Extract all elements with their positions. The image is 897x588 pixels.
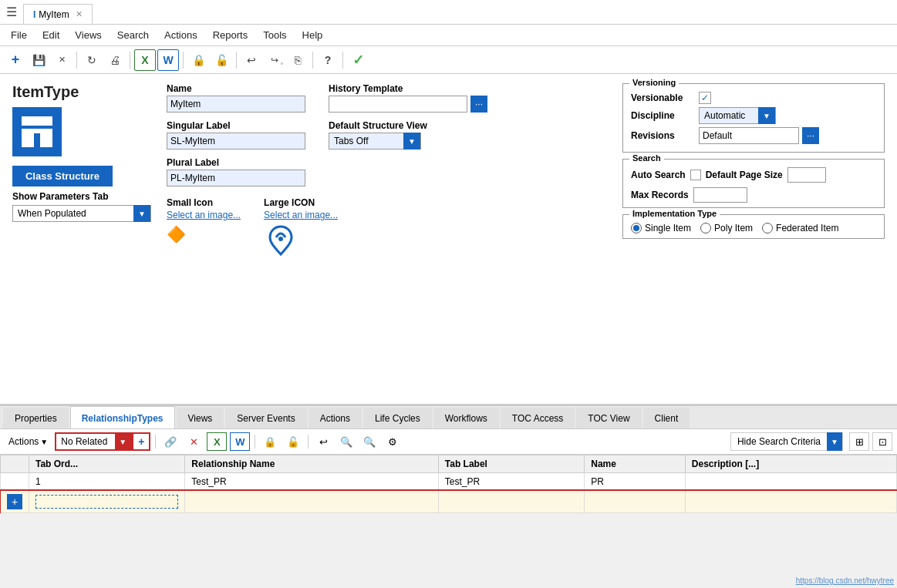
class-structure-button[interactable]: Class Structure [12, 166, 113, 186]
show-params-dropdown[interactable]: When Populated ▼ [12, 205, 151, 222]
lock-button[interactable]: 🔒 [187, 49, 209, 71]
menu-tools[interactable]: Tools [255, 26, 294, 44]
grid-more-button[interactable]: ⊡ [872, 432, 892, 451]
tab-workflows[interactable]: Workflows [433, 408, 499, 428]
save-button[interactable]: 💾 [28, 49, 49, 71]
auto-search-checkbox[interactable] [690, 170, 701, 180]
menu-edit[interactable]: Edit [35, 26, 67, 44]
grid-relationship-button[interactable]: 🔗 [160, 432, 180, 451]
tab-relationship-types[interactable]: RelationshipTypes [70, 406, 175, 428]
new-row[interactable]: + [1, 491, 897, 513]
discipline-value: Automatic [700, 109, 758, 123]
menu-views[interactable]: Views [67, 26, 109, 44]
tab-server-events[interactable]: Server Events [225, 408, 306, 428]
revisions-browse-button[interactable]: ··· [802, 127, 819, 144]
poly-item-radio-label[interactable]: Poly Item [700, 223, 753, 234]
help-button[interactable]: ? [317, 49, 339, 71]
add-row-button[interactable]: + [7, 494, 22, 509]
tab-toc-view[interactable]: TOC View [576, 408, 641, 428]
grid-search-button[interactable]: 🔍 [336, 432, 356, 451]
structure-dropdown[interactable]: Tabs Off ▼ [329, 133, 421, 150]
grid-word-button[interactable]: W [230, 432, 250, 451]
large-icon-link[interactable]: Select an image... [264, 210, 338, 220]
max-records-input[interactable] [693, 187, 747, 203]
history-input[interactable] [329, 96, 467, 113]
poly-item-radio[interactable] [700, 223, 711, 234]
print-button[interactable]: 🖨 [104, 49, 126, 71]
grid-actions-dropdown[interactable]: Actions ▼ [5, 432, 52, 451]
new-row-name[interactable] [585, 491, 686, 513]
itemtype-icon [12, 107, 62, 156]
undo-button[interactable]: ↩ [241, 49, 262, 71]
grid-lock-button[interactable]: 🔒 [260, 432, 280, 451]
unlock-button[interactable]: 🔓 [211, 49, 232, 71]
hide-criteria-button[interactable]: Hide Search Criteria ▼ [730, 432, 843, 451]
tab-toc-access[interactable]: TOC Access [501, 408, 575, 428]
discipline-dropdown[interactable]: Automatic ▼ [699, 107, 776, 124]
grid-delete-button[interactable]: ✕ [184, 432, 204, 451]
new-row-rel-name[interactable] [185, 491, 439, 513]
tab-views[interactable]: Views [177, 408, 224, 428]
plural-input[interactable] [167, 170, 305, 186]
history-browse-button[interactable]: ··· [470, 96, 487, 113]
menu-search[interactable]: Search [110, 26, 157, 44]
small-icon-link[interactable]: Select an image... [167, 210, 241, 220]
single-item-radio[interactable] [631, 223, 642, 234]
tab-properties[interactable]: Properties [3, 408, 69, 428]
toolbar-separator-3 [183, 52, 184, 69]
col-tab-order[interactable]: Tab Ord... [29, 455, 185, 473]
filter-group: No Related ▼ + [55, 432, 150, 451]
grid-columns-button[interactable]: ⊞ [849, 432, 869, 451]
grid-clear-search-button[interactable]: 🔍 [359, 432, 379, 451]
excel-button[interactable]: X [134, 49, 156, 71]
menu-help[interactable]: Help [295, 26, 331, 44]
col-description[interactable]: Description [...] [685, 455, 896, 473]
poly-item-label: Poly Item [714, 223, 753, 234]
federated-item-radio[interactable] [762, 223, 773, 234]
new-row-tab-label[interactable] [438, 491, 584, 513]
copy-button[interactable]: ⎘ [287, 49, 309, 71]
grid-actions-label: Actions [8, 436, 39, 447]
col-name[interactable]: Name [585, 455, 686, 473]
word-button[interactable]: W [157, 49, 179, 71]
close-button[interactable]: ✕ [51, 49, 73, 71]
name-input[interactable] [167, 96, 305, 113]
large-icon-label: Large ICON [264, 197, 338, 208]
grid-excel-button[interactable]: X [207, 432, 227, 451]
add-button[interactable]: + [5, 49, 26, 71]
versionable-checkbox[interactable]: ✓ [699, 92, 711, 104]
hamburger-icon[interactable]: ☰ [6, 5, 17, 19]
col-rel-name[interactable]: Relationship Name [185, 455, 439, 473]
toolbar-separator-4 [236, 52, 237, 69]
filter-add-button[interactable]: + [132, 432, 150, 451]
federated-item-radio-label[interactable]: Federated Item [762, 223, 838, 234]
structure-field-group: Default Structure View Tabs Off ▼ [329, 120, 487, 150]
new-row-tab-order-input[interactable] [35, 495, 178, 509]
tab-life-cycles[interactable]: Life Cycles [363, 408, 432, 428]
single-item-radio-label[interactable]: Single Item [631, 223, 691, 234]
approve-button[interactable]: ✓ [347, 49, 369, 71]
refresh-button[interactable]: ↻ [81, 49, 103, 71]
tab-close-icon[interactable]: ✕ [76, 9, 83, 19]
filter-dropdown[interactable]: No Related ▼ [55, 432, 132, 451]
new-row-tab-order[interactable] [29, 491, 185, 513]
grid-unlock-button[interactable]: 🔓 [283, 432, 303, 451]
new-row-add-cell: + [1, 491, 29, 513]
tab-icon: I [33, 9, 35, 20]
singular-input[interactable] [167, 133, 305, 150]
col-tab-label[interactable]: Tab Label [438, 455, 584, 473]
menu-file[interactable]: File [3, 26, 35, 44]
tab-client[interactable]: Client [643, 408, 690, 428]
grid-filter-button[interactable]: ⚙ [383, 432, 403, 451]
small-icon-group: Small Icon Select an image... 🔶 [167, 197, 241, 260]
tab-actions[interactable]: Actions [309, 408, 362, 428]
new-row-description[interactable] [685, 491, 896, 513]
table-row[interactable]: 1 Test_PR Test_PR PR [1, 473, 897, 491]
menu-actions[interactable]: Actions [157, 26, 205, 44]
redo-button[interactable]: ↪° [264, 49, 285, 71]
revisions-input[interactable] [699, 127, 799, 144]
menu-reports[interactable]: Reports [205, 26, 256, 44]
page-size-input[interactable] [787, 167, 826, 183]
grid-undo-button[interactable]: ↩ [313, 432, 333, 451]
main-tab[interactable]: I MyItem ✕ [23, 4, 93, 24]
